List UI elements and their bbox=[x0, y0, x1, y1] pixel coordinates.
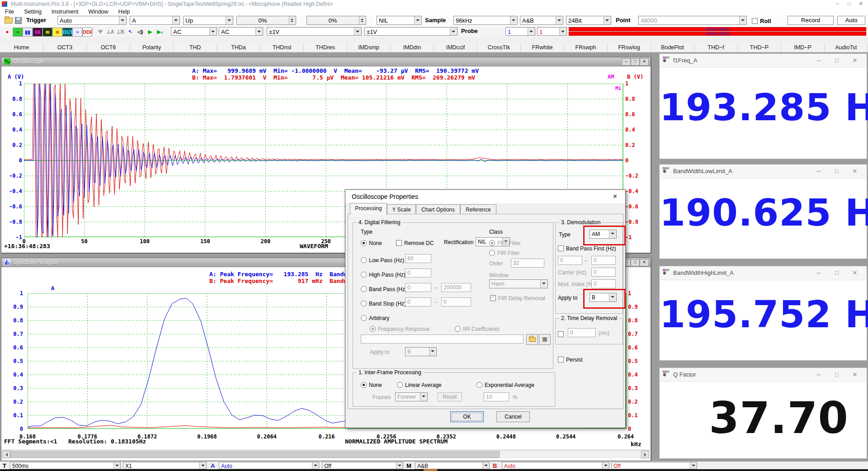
save-icon[interactable] bbox=[15, 17, 22, 24]
ground-b-icon[interactable]: ⊥B bbox=[116, 28, 125, 36]
menu-instrument[interactable]: Instrument bbox=[47, 9, 83, 15]
minimize-icon[interactable]: ─ bbox=[814, 371, 823, 379]
trigger-source-select[interactable]: A bbox=[130, 16, 180, 25]
coefficient-table-icon[interactable]: ▦ bbox=[539, 334, 551, 345]
ddp-viewer-icon[interactable]: DDP bbox=[82, 28, 92, 37]
ground-a-icon[interactable]: ⊥A bbox=[106, 28, 115, 36]
speaker-icon[interactable]: ◁) bbox=[136, 28, 145, 36]
demod-carrier-field[interactable]: 0 bbox=[591, 268, 616, 277]
derived-data-curve-icon[interactable]: ≈ bbox=[72, 28, 82, 37]
minimize-icon[interactable]: ─ bbox=[832, 0, 843, 7]
point-count-select[interactable]: 48000 bbox=[638, 16, 747, 25]
magnify-select[interactable]: X1 bbox=[123, 462, 207, 469]
minimize-icon[interactable]: ─ bbox=[814, 167, 823, 175]
time-delay-field[interactable]: 0 bbox=[568, 328, 596, 337]
ddp-titlebar[interactable]: DDP⊕Q Factor─□✕ bbox=[660, 368, 867, 382]
maximize-icon[interactable]: □ bbox=[832, 167, 841, 175]
trigger-delay-stepper[interactable]: 0% bbox=[307, 16, 366, 25]
tab-y-scale[interactable]: Y Scale bbox=[387, 204, 416, 215]
trigger-edge-select[interactable]: Up bbox=[183, 16, 233, 25]
device-test-plan-icon[interactable]: DUT bbox=[62, 28, 72, 37]
df-remove-dc-checkbox[interactable]: Remove DC bbox=[396, 239, 434, 247]
tab-processing[interactable]: Processing bbox=[350, 203, 387, 215]
browse-folder-icon[interactable] bbox=[526, 334, 538, 345]
tab-thda[interactable]: THDa bbox=[217, 43, 260, 52]
ddp-titlebar[interactable]: DDP⊕BandWidthLowLimit_A─□✕ bbox=[660, 165, 867, 179]
tab-imddin[interactable]: IMDdin bbox=[391, 43, 434, 52]
df-band-pass-from-field[interactable]: 0 bbox=[405, 283, 431, 292]
tab-thd-p[interactable]: THD~P bbox=[738, 43, 781, 52]
probe-a-select[interactable]: 1 bbox=[505, 27, 535, 36]
close-icon[interactable]: ✕ bbox=[850, 371, 859, 379]
minimize-icon[interactable]: ─ bbox=[622, 58, 631, 66]
df-high-pass-radio[interactable]: High Pass (Hz) bbox=[361, 270, 406, 278]
demod-bp-to-field[interactable]: 0 bbox=[591, 256, 616, 265]
if-none-radio[interactable]: None bbox=[361, 381, 382, 389]
tab-oct3[interactable]: OCT3 bbox=[43, 43, 87, 52]
tab-imdccif[interactable]: IMDccif bbox=[434, 43, 477, 52]
multimeter-icon[interactable]: 88 bbox=[33, 28, 42, 37]
microphone-icon[interactable]: Ψ bbox=[96, 28, 105, 36]
maximize-icon[interactable]: □ bbox=[832, 269, 841, 277]
record-button[interactable]: Record bbox=[788, 16, 834, 25]
sample-bits-select[interactable]: 24Bit bbox=[566, 16, 611, 25]
df-band-pass-to-field[interactable]: 200000 bbox=[441, 283, 471, 292]
tab-frswlog[interactable]: FRswlog bbox=[608, 43, 651, 52]
tab-frswph[interactable]: FRswph bbox=[564, 43, 608, 52]
probe-b-select[interactable]: 1 bbox=[537, 27, 567, 36]
open-file-icon[interactable] bbox=[5, 18, 13, 24]
roll-checkbox[interactable]: Roll bbox=[752, 17, 771, 25]
mode-select[interactable]: A&B bbox=[415, 462, 490, 469]
tab-crosstlk[interactable]: CrossTlk bbox=[477, 43, 521, 52]
tab-imd-p[interactable]: IMD~P bbox=[781, 43, 825, 52]
trigger-level-stepper[interactable]: 0% bbox=[236, 16, 296, 25]
df-none-radio[interactable]: None bbox=[361, 239, 382, 247]
persist-checkbox[interactable]: Persist bbox=[558, 355, 583, 363]
df-band-stop-to-field[interactable]: 0 bbox=[441, 297, 471, 306]
scroll-right-icon[interactable] bbox=[641, 451, 649, 458]
sample-rate-select[interactable]: 96kHz bbox=[453, 16, 518, 25]
df-low-pass-radio[interactable]: Low Pass (Hz) bbox=[361, 256, 404, 264]
dialog-titlebar[interactable]: Oscilloscope Properties ✕ bbox=[345, 190, 625, 203]
close-icon[interactable]: ✕ bbox=[855, 0, 866, 7]
coupling-a-select[interactable]: AC bbox=[171, 27, 217, 36]
minimize-icon[interactable]: ─ bbox=[814, 57, 823, 65]
run-auto-icon[interactable]: ▶₂ bbox=[156, 28, 165, 36]
tab-audiotst[interactable]: AudioTst bbox=[825, 43, 868, 52]
menu-help[interactable]: Help bbox=[113, 9, 135, 15]
tab-thdres[interactable]: THDres bbox=[304, 43, 347, 52]
trigger-mode-select[interactable]: Auto bbox=[57, 16, 127, 25]
tab-imdsmp[interactable]: IMDsmp bbox=[347, 43, 391, 52]
if-exponential-radio[interactable]: Exponential Average bbox=[476, 381, 534, 389]
restore-icon[interactable]: □ bbox=[631, 259, 640, 266]
close-icon[interactable]: ✕ bbox=[640, 58, 649, 66]
tab-thd-f[interactable]: THD~f bbox=[694, 43, 738, 52]
tab-bodeplot[interactable]: BodePlot bbox=[651, 43, 694, 52]
close-icon[interactable]: ✕ bbox=[850, 269, 859, 277]
menu-window[interactable]: Window bbox=[83, 9, 113, 15]
df-arbitrary-file-field[interactable] bbox=[361, 334, 524, 344]
maximize-icon[interactable]: □ bbox=[832, 57, 841, 65]
oscilloscope-icon[interactable]: ~ bbox=[13, 28, 23, 37]
demod-mod-index-field[interactable]: 0 bbox=[591, 279, 616, 288]
minimize-icon[interactable]: ─ bbox=[814, 269, 823, 277]
df-order-field[interactable]: 32 bbox=[511, 259, 544, 268]
maximize-icon[interactable]: □ bbox=[832, 371, 841, 379]
time-delay-checkbox[interactable] bbox=[558, 330, 564, 338]
close-icon[interactable]: ✕ bbox=[850, 167, 859, 175]
scroll-thumb[interactable] bbox=[10, 451, 500, 458]
tab-thd[interactable]: THD bbox=[174, 43, 217, 52]
oscilloscope-titlebar[interactable]: Oscilloscope ─ □ ✕ bbox=[1, 57, 651, 66]
df-arbitrary-radio[interactable]: Arbitrary bbox=[361, 314, 389, 322]
spectrum-analyzer-icon[interactable]: ▮▮ bbox=[23, 28, 33, 37]
ddp-titlebar[interactable]: DDP⊕f1Freq_A─□✕ bbox=[660, 54, 867, 68]
spectrum-3d-plot-icon[interactable]: ≋ bbox=[42, 28, 52, 37]
auto-button[interactable]: Auto bbox=[837, 16, 865, 25]
probe-cursor-icon[interactable]: ↖ bbox=[126, 28, 135, 36]
if-exp-field[interactable]: 10 bbox=[484, 392, 509, 401]
b-filter-select[interactable]: Off bbox=[611, 462, 697, 469]
trigger-hpf-select[interactable]: NIL bbox=[377, 16, 422, 25]
coupling-b-select[interactable]: AC bbox=[219, 27, 263, 36]
a-filter-select[interactable]: Off bbox=[322, 462, 403, 469]
a-range-select[interactable]: Auto bbox=[219, 462, 319, 469]
